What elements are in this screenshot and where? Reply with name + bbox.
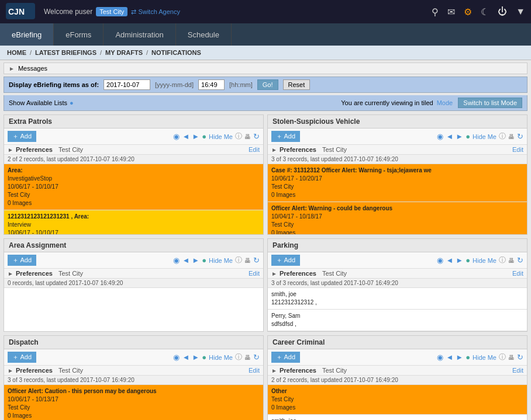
hide-me-stolen-suspicious-vehicle[interactable]: Hide Me <box>473 133 496 140</box>
prefs-arrow-area-assignment[interactable]: ► <box>8 270 13 277</box>
show-lists-icon[interactable]: ● <box>70 99 74 106</box>
refresh-icon-stolen-suspicious-vehicle[interactable]: ◉ <box>437 132 443 141</box>
nav-ebriefing[interactable]: eBriefing <box>0 23 54 46</box>
edit-link-dispatch[interactable]: Edit <box>249 367 260 374</box>
plus-circle-icon-area-assignment[interactable]: ● <box>202 256 206 265</box>
record-item-stolen-suspicious-vehicle-1[interactable]: Officer Alert: Warning - could be danger… <box>268 202 527 234</box>
agency-badge[interactable]: Test City <box>96 7 127 16</box>
refresh-icon-extra-patrols[interactable]: ◉ <box>173 132 180 141</box>
refresh-icon-dispatch[interactable]: ◉ <box>173 353 180 362</box>
arrow-right-icon-extra-patrols[interactable]: ► <box>192 132 199 141</box>
breadcrumb-latest-briefings[interactable]: LATEST BRIEFINGS <box>35 49 96 56</box>
expand-icon-area-assignment[interactable]: ↻ <box>253 256 260 265</box>
record-item-career-criminal-0[interactable]: OtherTest City0 Images <box>268 385 527 415</box>
switch-agency-button[interactable]: ⇄ Switch Agency <box>131 8 180 16</box>
nav-schedule[interactable]: Schedule <box>176 23 232 46</box>
expand-icon-stolen-suspicious-vehicle[interactable]: ↻ <box>517 132 523 141</box>
add-button-stolen-suspicious-vehicle[interactable]: ＋ Add <box>271 131 300 142</box>
refresh-icon-area-assignment[interactable]: ◉ <box>173 256 180 265</box>
prefs-arrow-career-criminal[interactable]: ► <box>271 367 277 374</box>
record-item-parking-0[interactable]: smith, joe1212312312312 , <box>268 288 527 310</box>
print-icon-stolen-suspicious-vehicle[interactable]: 🖶 <box>508 133 515 140</box>
plus-circle-icon-extra-patrols[interactable]: ● <box>202 132 206 141</box>
info-icon-area-assignment[interactable]: ⓘ <box>235 255 242 265</box>
print-icon-area-assignment[interactable]: 🖶 <box>244 257 251 264</box>
plus-circle-icon-dispatch[interactable]: ● <box>202 353 206 362</box>
hide-me-career-criminal[interactable]: Hide Me <box>473 354 496 361</box>
edit-link-area-assignment[interactable]: Edit <box>249 270 260 277</box>
print-icon-career-criminal[interactable]: 🖶 <box>508 354 515 361</box>
search-icon[interactable]: ⚲ <box>432 6 439 18</box>
print-icon-parking[interactable]: 🖶 <box>508 257 515 264</box>
go-button[interactable]: Go! <box>257 79 278 90</box>
record-item-stolen-suspicious-vehicle-0[interactable]: Case #: 31312312 Officer Alert: Warning … <box>268 164 527 202</box>
breadcrumb-home[interactable]: HOME <box>7 49 26 56</box>
record-item-dispatch-0[interactable]: Officer Alert: Caution - this person may… <box>4 385 263 420</box>
add-button-area-assignment[interactable]: ＋ Add <box>8 255 36 266</box>
record-line-parking-0-0: smith, joe <box>271 290 523 298</box>
mail-icon[interactable]: ✉ <box>447 6 455 18</box>
expand-icon-extra-patrols[interactable]: ↻ <box>253 132 260 141</box>
info-icon-dispatch[interactable]: ⓘ <box>235 352 242 362</box>
hide-me-area-assignment[interactable]: Hide Me <box>209 257 233 264</box>
add-button-extra-patrols[interactable]: ＋ Add <box>8 131 36 142</box>
hide-me-extra-patrols[interactable]: Hide Me <box>209 133 233 140</box>
edit-link-career-criminal[interactable]: Edit <box>512 367 523 374</box>
arrow-right-icon-parking[interactable]: ► <box>456 256 463 265</box>
edit-link-extra-patrols[interactable]: Edit <box>249 146 260 153</box>
prefs-arrow-extra-patrols[interactable]: ► <box>8 147 13 153</box>
add-button-parking[interactable]: ＋ Add <box>271 255 300 266</box>
print-icon-extra-patrols[interactable]: 🖶 <box>244 133 251 140</box>
record-item-extra-patrols-1[interactable]: 1212312123121231231 , Area:Interview10/0… <box>4 210 263 234</box>
plus-circle-icon-career-criminal[interactable]: ● <box>466 353 470 362</box>
plus-circle-icon-parking[interactable]: ● <box>466 256 470 265</box>
expand-icon-dispatch[interactable]: ↻ <box>253 353 260 362</box>
arrow-right-icon-dispatch[interactable]: ► <box>192 353 199 362</box>
refresh-icon-career-criminal[interactable]: ◉ <box>437 353 443 362</box>
arrow-left-icon-parking[interactable]: ◄ <box>446 256 453 265</box>
add-button-career-criminal[interactable]: ＋ Add <box>271 352 300 363</box>
print-icon-dispatch[interactable]: 🖶 <box>244 354 251 361</box>
arrow-right-icon-stolen-suspicious-vehicle[interactable]: ► <box>456 132 463 141</box>
edit-link-parking[interactable]: Edit <box>512 270 523 277</box>
arrow-left-icon-area-assignment[interactable]: ◄ <box>182 256 189 265</box>
time-input[interactable] <box>198 79 225 90</box>
info-icon-stolen-suspicious-vehicle[interactable]: ⓘ <box>499 131 506 141</box>
hide-me-parking[interactable]: Hide Me <box>473 257 496 264</box>
nav-eforms[interactable]: eForms <box>54 23 104 46</box>
hide-me-dispatch[interactable]: Hide Me <box>209 354 233 361</box>
reset-button[interactable]: Reset <box>283 79 311 90</box>
arrow-left-icon-stolen-suspicious-vehicle[interactable]: ◄ <box>446 132 453 141</box>
switch-mode-button[interactable]: Switch to list Mode <box>458 98 522 108</box>
gear-icon[interactable]: ⚙ <box>464 6 472 18</box>
date-input[interactable] <box>104 79 150 90</box>
moon-icon[interactable]: ☾ <box>481 6 489 18</box>
arrow-left-icon-dispatch[interactable]: ◄ <box>182 353 189 362</box>
prefs-arrow-parking[interactable]: ► <box>271 270 277 277</box>
record-item-career-criminal-1[interactable]: smith, joeOtherTest City0 Images <box>268 415 527 420</box>
record-item-extra-patrols-0[interactable]: Area:InvestigativeStop10/06/17 - 10/10/1… <box>4 164 263 210</box>
expand-icon-career-criminal[interactable]: ↻ <box>517 353 523 362</box>
arrow-left-icon-career-criminal[interactable]: ◄ <box>446 353 453 362</box>
arrow-right-icon-career-criminal[interactable]: ► <box>456 353 463 362</box>
arrow-right-icon-area-assignment[interactable]: ► <box>192 256 199 265</box>
expand-icon-parking[interactable]: ↻ <box>517 256 523 265</box>
chevron-down-icon[interactable]: ▼ <box>516 6 525 17</box>
plus-circle-icon-stolen-suspicious-vehicle[interactable]: ● <box>466 132 470 141</box>
breadcrumb-my-drafts[interactable]: MY DRAFTS <box>105 49 143 56</box>
prefs-arrow-dispatch[interactable]: ► <box>8 367 13 374</box>
icons-dispatch: ◉ ◄ ► ● Hide Me ⓘ 🖶 ↻ <box>173 352 260 362</box>
add-button-dispatch[interactable]: ＋ Add <box>8 352 36 363</box>
info-icon-extra-patrols[interactable]: ⓘ <box>235 131 242 141</box>
prefs-arrow-stolen-suspicious-vehicle[interactable]: ► <box>271 147 277 153</box>
info-icon-parking[interactable]: ⓘ <box>499 255 506 265</box>
breadcrumb-notifications[interactable]: NOTIFICATIONS <box>151 49 201 56</box>
nav-administration[interactable]: Administration <box>104 23 175 46</box>
refresh-icon-parking[interactable]: ◉ <box>437 256 443 265</box>
info-icon-career-criminal[interactable]: ⓘ <box>499 352 506 362</box>
messages-bar[interactable]: ► Messages <box>4 63 527 74</box>
arrow-left-icon-extra-patrols[interactable]: ◄ <box>182 132 189 141</box>
edit-link-stolen-suspicious-vehicle[interactable]: Edit <box>512 146 523 153</box>
power-icon[interactable]: ⏻ <box>498 6 507 17</box>
record-item-parking-1[interactable]: Perry, Samsdfsdfsd , <box>268 310 527 331</box>
